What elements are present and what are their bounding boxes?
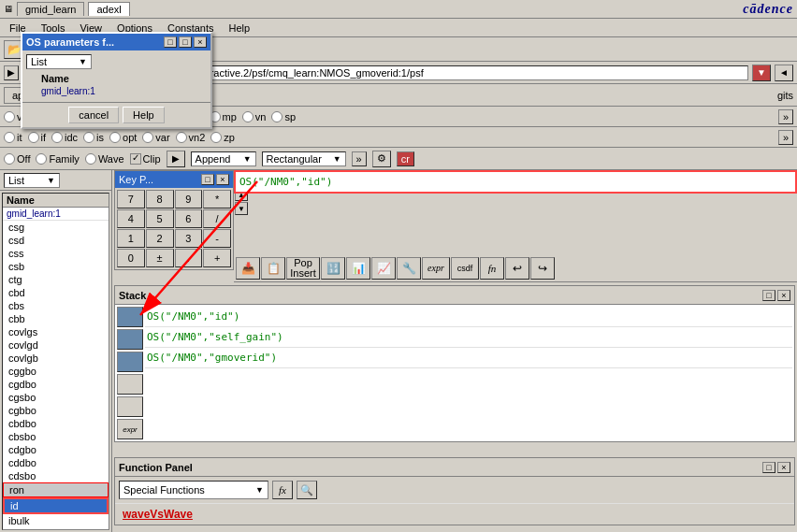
list-item-cbs[interactable]: cbs (3, 299, 109, 312)
key-panel-close[interactable]: × (216, 174, 229, 185)
arrow-btn[interactable]: ▶ (167, 151, 185, 167)
key-2[interactable]: 2 (146, 229, 174, 248)
key-panel-minimize[interactable]: □ (201, 174, 214, 185)
radio-vn2[interactable]: vn2 (176, 132, 206, 143)
radio-it[interactable]: it (4, 132, 22, 143)
icon-btn-3[interactable]: 🔢 (321, 257, 345, 280)
special-functions-dropdown[interactable]: Special Functions ▼ (119, 481, 268, 499)
radio-mp[interactable]: mp (210, 111, 237, 122)
list-item-cgdbo[interactable]: cgdbo (3, 378, 109, 391)
stack-row-2[interactable]: OS("/NM0","self_gain") (145, 327, 792, 348)
list-item-cbdbo[interactable]: cbdbo (3, 417, 109, 430)
list-item-cbsbo[interactable]: cbsbo (3, 430, 109, 443)
icon-btn-4[interactable]: 📊 (346, 257, 370, 280)
list-item-id[interactable]: id (3, 497, 109, 514)
expression-input[interactable] (234, 170, 797, 194)
key-plusminus[interactable]: ± (146, 249, 174, 267)
stack-side-btn-6[interactable]: expr (117, 419, 143, 439)
list-item-cbd[interactable]: cbd (3, 286, 109, 299)
list-item-csg[interactable]: csg (3, 221, 109, 234)
stack-side-btn-4[interactable] (117, 374, 143, 395)
list-item-cdsbo[interactable]: cdsbo (3, 469, 109, 482)
list-item-ctg[interactable]: ctg (3, 273, 109, 286)
key-mult[interactable]: * (203, 190, 231, 208)
os-params-minimize[interactable]: □ (164, 36, 177, 48)
function-close[interactable]: × (777, 462, 790, 473)
stack-close[interactable]: × (777, 290, 790, 301)
radio-var[interactable]: var (142, 132, 169, 143)
key-6[interactable]: 6 (175, 209, 203, 228)
context-nav-btn[interactable]: ◄ (775, 65, 793, 81)
os-params-close[interactable]: × (194, 36, 207, 48)
icon-btn-undo[interactable]: ↩ (505, 257, 529, 280)
stack-row-1[interactable]: OS("/NM0","id") (145, 307, 792, 327)
more-btn-wave[interactable]: » (352, 151, 367, 166)
wave-vs-wave-link[interactable]: waveVsWave (123, 508, 193, 521)
append-dropdown[interactable]: Append ▼ (191, 151, 256, 166)
os-help-btn[interactable]: Help (123, 107, 165, 123)
radio-off[interactable]: Off (4, 153, 30, 165)
list-item-pwr[interactable]: pwr (3, 527, 109, 530)
os-cancel-btn[interactable]: cancel (68, 107, 119, 123)
list-dropdown[interactable]: List ▼ (4, 173, 60, 188)
os-list-dropdown[interactable]: List ▼ (26, 54, 92, 69)
stack-row-3[interactable]: OS("/NM0","gmoverid") (145, 348, 792, 368)
more-btn-1[interactable]: » (778, 109, 793, 124)
list-item-cggbo[interactable]: cggbo (3, 365, 109, 378)
stack-side-btn-5[interactable] (117, 396, 143, 417)
key-plus[interactable]: + (203, 249, 231, 267)
icon-btn-5[interactable]: 📈 (371, 257, 396, 280)
key-0[interactable]: 0 (117, 249, 145, 267)
radio-idc[interactable]: idc (51, 132, 78, 143)
fx-button[interactable]: fx (272, 481, 293, 499)
key-8[interactable]: 8 (146, 190, 174, 208)
list-item-cbb[interactable]: cbb (3, 312, 109, 325)
radio-sp[interactable]: sp (271, 111, 296, 122)
list-item-cgbbo[interactable]: cgbbo (3, 404, 109, 417)
list-item-covlgs[interactable]: covlgs (3, 325, 109, 338)
radio-opt[interactable]: opt (109, 132, 137, 143)
key-1[interactable]: 1 (117, 229, 145, 248)
radio-is[interactable]: is (83, 132, 104, 143)
key-dot[interactable]: . (175, 249, 203, 267)
list-item-cgsbo[interactable]: cgsbo (3, 391, 109, 404)
rectangular-dropdown[interactable]: Rectangular ▼ (262, 151, 346, 166)
list-item-covlgd[interactable]: covlgd (3, 338, 109, 352)
tab-adexl[interactable]: adexl (88, 2, 129, 16)
keypad-scroll-down[interactable]: ▼ (235, 202, 248, 215)
icon-btn-csdf[interactable]: csdf (451, 257, 479, 280)
icon-btn-6[interactable]: 🔧 (397, 257, 421, 280)
function-minimize[interactable]: □ (762, 462, 775, 473)
icon-btn-pop[interactable]: Pop Insert (286, 257, 320, 280)
key-9[interactable]: 9 (175, 190, 203, 208)
search-button[interactable]: 🔍 (297, 481, 317, 499)
stack-side-btn-3[interactable] (117, 352, 143, 372)
radio-vn[interactable]: vn (242, 111, 267, 122)
list-item-ibulk[interactable]: ibulk (3, 514, 109, 527)
list-item-cdgbo[interactable]: cdgbo (3, 443, 109, 456)
cr-btn[interactable]: cr (397, 151, 414, 166)
icon-btn-2[interactable]: 📋 (261, 257, 285, 280)
icon-btn-expr[interactable]: expr (422, 257, 450, 280)
radio-if[interactable]: if (28, 132, 47, 143)
os-params-maximize[interactable]: □ (179, 36, 192, 48)
more-btn-2[interactable]: » (778, 130, 793, 145)
stack-side-btn-1[interactable] (117, 307, 143, 327)
settings-btn[interactable]: ⚙ (372, 151, 391, 167)
key-5[interactable]: 5 (146, 209, 174, 228)
list-item-covlgb[interactable]: covlgb (3, 352, 109, 365)
icon-btn-redo[interactable]: ↪ (530, 257, 555, 280)
radio-family[interactable]: Family (36, 153, 79, 165)
key-4[interactable]: 4 (117, 209, 145, 228)
context-dropdown-btn[interactable]: ▼ (752, 65, 771, 81)
key-minus[interactable]: - (203, 229, 231, 248)
sidebar-list[interactable]: Name gmid_learn:1 csg csd css csb ctg cb… (2, 193, 109, 530)
key-3[interactable]: 3 (175, 229, 203, 248)
menu-help[interactable]: Help (222, 21, 258, 36)
list-item-csd[interactable]: csd (3, 234, 109, 247)
list-item-csb[interactable]: csb (3, 260, 109, 273)
list-item-ron[interactable]: ron (3, 482, 109, 497)
radio-wave[interactable]: Wave (85, 153, 124, 165)
icon-btn-1[interactable]: 📥 (236, 257, 260, 280)
icon-btn-fn[interactable]: fn (480, 257, 504, 280)
